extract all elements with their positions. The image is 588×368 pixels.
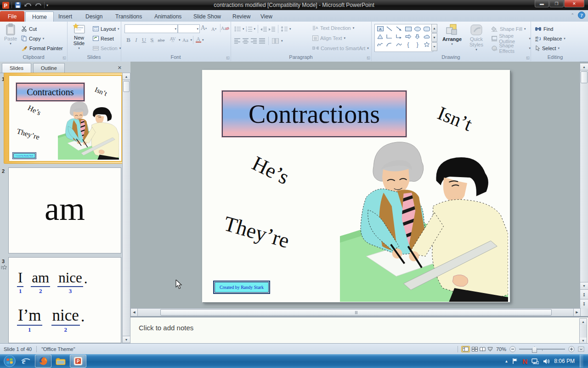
shapes-more-icon[interactable]: ⏷ <box>431 42 437 51</box>
shape-triangle-icon[interactable] <box>376 33 384 40</box>
section-button[interactable]: Section▾ <box>93 44 121 52</box>
network-icon[interactable] <box>531 358 539 364</box>
shape-oval-icon[interactable] <box>413 25 422 32</box>
view-normal-button[interactable] <box>461 346 470 352</box>
zoom-out-button[interactable] <box>509 346 516 352</box>
theme-name[interactable]: "Office Theme" <box>41 346 75 352</box>
shrink-font-icon[interactable]: A▾ <box>210 25 218 33</box>
slide-word-theyre[interactable]: They’re <box>221 211 293 253</box>
convert-smartart-button[interactable]: Convert to SmartArt▾ <box>312 44 369 52</box>
scroll-right-icon[interactable]: ▶ <box>573 309 580 316</box>
shape-elbow-icon[interactable] <box>385 33 394 40</box>
qat-customize-icon[interactable]: ▾ <box>46 3 48 7</box>
shape-rectangle-icon[interactable] <box>404 25 413 32</box>
redo-icon[interactable] <box>34 1 42 9</box>
slide-credit-badge[interactable]: Created by Randy Stark <box>215 282 269 293</box>
text-direction-button[interactable]: A Text Direction▾ <box>312 23 354 32</box>
align-text-button[interactable]: Align Text▾ <box>312 34 345 42</box>
taskbar-explorer-icon[interactable] <box>53 355 68 367</box>
tab-design[interactable]: Design <box>79 12 109 22</box>
shape-rounded-rectangle-icon[interactable] <box>423 25 431 32</box>
align-center-icon[interactable] <box>243 38 249 44</box>
collapse-ribbon-icon[interactable]: ⌃ <box>571 13 574 17</box>
character-spacing-icon[interactable]: AV↔ <box>167 36 179 44</box>
shape-star-icon[interactable] <box>423 41 431 48</box>
shape-down-arrow-icon[interactable] <box>413 33 422 40</box>
view-slideshow-button[interactable] <box>487 347 493 351</box>
tab-view[interactable]: View <box>254 12 279 22</box>
shape-left-brace-icon[interactable]: { <box>404 41 413 48</box>
zoom-in-button[interactable] <box>568 346 575 352</box>
scroll-thumb[interactable] <box>581 71 588 83</box>
minimize-button[interactable]: ▬ <box>535 0 549 7</box>
slide-thumbnail-2[interactable]: am <box>8 167 121 253</box>
zoom-slider-handle[interactable] <box>532 346 537 353</box>
slide-title[interactable]: Contractions <box>222 91 407 137</box>
horizontal-scrollbar[interactable]: ◀ ▶ <box>130 308 581 316</box>
slide-clipart[interactable] <box>340 137 508 302</box>
line-spacing-icon[interactable] <box>281 26 288 32</box>
align-right-icon[interactable] <box>251 38 257 44</box>
scroll-down-icon[interactable]: ▼ <box>580 282 588 289</box>
layout-button[interactable]: Layout▾ <box>93 24 119 33</box>
view-reading-button[interactable] <box>480 347 486 351</box>
font-color-icon[interactable]: A <box>194 36 202 44</box>
volume-icon[interactable] <box>543 358 550 364</box>
tab-slide-show[interactable]: Slide Show <box>187 12 227 22</box>
shape-right-brace-icon[interactable]: } <box>413 41 422 48</box>
panel-scroll-up-icon[interactable]: ▲ <box>123 73 130 80</box>
text-shadow-icon[interactable]: S <box>148 36 156 44</box>
close-button[interactable]: ✕ <box>564 0 584 7</box>
font-name-combo[interactable]: ▾ <box>124 24 178 33</box>
clear-formatting-icon[interactable]: Aa <box>221 24 229 32</box>
slide-word-hes[interactable]: He’s <box>249 151 293 190</box>
shape-right-arrow-icon[interactable] <box>404 33 413 40</box>
action-center-flag-icon[interactable] <box>512 358 518 364</box>
shape-scribble-icon[interactable] <box>376 41 384 48</box>
grow-font-icon[interactable]: A▴ <box>200 24 208 32</box>
change-case-icon[interactable]: Aa <box>181 36 191 44</box>
shape-cloud-icon[interactable] <box>423 33 431 40</box>
font-size-combo[interactable]: ▾ <box>178 24 200 33</box>
arrange-button[interactable]: Arrange▾ <box>441 23 463 46</box>
drawing-dialog-launcher-icon[interactable]: ◱ <box>526 56 530 60</box>
shape-outline-button[interactable]: Shape Outline▾ <box>492 34 531 43</box>
next-slide-button[interactable]: ▼▼ <box>580 299 588 309</box>
scroll-up-icon[interactable]: ▲ <box>580 63 588 70</box>
panel-scroll-thumb[interactable] <box>123 81 130 92</box>
columns-icon[interactable] <box>272 38 279 44</box>
paste-button[interactable]: Paste▾ <box>3 23 18 46</box>
notes-scrollbar[interactable]: ▲ ▼ <box>579 318 587 344</box>
restore-button[interactable]: ❐ <box>549 0 564 7</box>
shape-line-icon[interactable] <box>385 25 394 32</box>
italic-icon[interactable]: I <box>132 36 140 44</box>
strikethrough-icon[interactable]: abe <box>156 36 167 44</box>
shape-elbow-arrow-icon[interactable] <box>395 33 403 40</box>
shape-textbox-icon[interactable]: A <box>376 25 384 32</box>
tab-review[interactable]: Review <box>226 12 257 22</box>
shapes-scroll-up-icon[interactable]: ▲ <box>431 24 437 33</box>
fit-to-window-button[interactable] <box>578 346 584 352</box>
bullets-icon[interactable] <box>234 26 241 32</box>
start-button[interactable] <box>3 355 17 368</box>
powerpoint-app-icon[interactable]: P <box>1 1 10 9</box>
show-desktop-button[interactable] <box>580 355 583 368</box>
tab-file[interactable]: File <box>0 11 24 22</box>
cut-button[interactable]: Cut <box>21 24 37 33</box>
bold-icon[interactable]: B <box>124 36 132 44</box>
find-button[interactable]: Find <box>535 24 553 33</box>
tab-slides[interactable]: Slides <box>2 63 31 73</box>
tray-n-icon[interactable]: N <box>522 357 527 365</box>
zoom-slider[interactable] <box>519 346 565 352</box>
shape-fill-button[interactable]: Shape Fill▾ <box>492 24 526 33</box>
clipboard-dialog-launcher-icon[interactable]: ◱ <box>62 56 66 60</box>
taskbar-powerpoint-icon[interactable]: P <box>70 355 86 368</box>
shape-arrow-icon[interactable] <box>395 25 403 32</box>
font-dialog-launcher-icon[interactable]: ◱ <box>226 56 230 60</box>
format-painter-button[interactable]: Format Painter <box>21 44 63 52</box>
shapes-gallery[interactable]: A { } <box>374 24 433 52</box>
tab-animations[interactable]: Animations <box>148 12 188 22</box>
taskbar-firefox-icon[interactable] <box>35 355 51 368</box>
scroll-left-icon[interactable]: ◀ <box>131 309 138 316</box>
numbering-icon[interactable]: 123 <box>246 26 253 32</box>
